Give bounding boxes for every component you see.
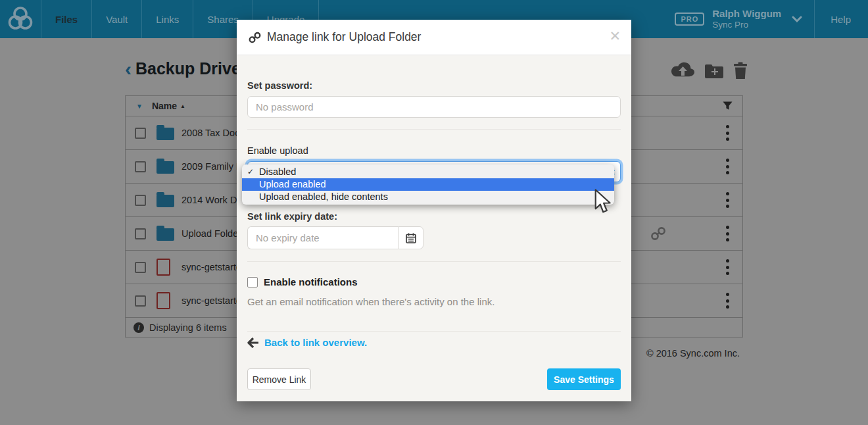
upload-option-label: Disabled xyxy=(259,166,296,177)
nav-tab-label: Vault xyxy=(106,14,128,25)
close-icon[interactable]: ✕ xyxy=(609,29,621,43)
upload-options-menu: ✓ Disabled Upload enabled Upload enabled… xyxy=(242,164,614,205)
chevron-down-icon[interactable] xyxy=(792,16,802,22)
modal-title: Manage link for Upload Folder xyxy=(267,30,421,44)
upload-option-label: Upload enabled xyxy=(259,179,326,189)
nav-tab-links[interactable]: Links xyxy=(142,0,193,38)
nav-tab-files[interactable]: Files xyxy=(41,0,92,38)
save-settings-button[interactable]: Save Settings xyxy=(547,368,621,390)
notifications-checkbox[interactable] xyxy=(247,277,258,288)
expiry-date-input[interactable] xyxy=(247,226,398,249)
manage-link-modal: Manage link for Upload Folder ✕ Set pass… xyxy=(237,20,631,401)
back-arrow-icon xyxy=(247,338,259,348)
user-name: Ralph Wiggum xyxy=(712,8,781,20)
link-icon xyxy=(249,32,261,43)
back-link-label: Back to link overview. xyxy=(264,337,367,348)
upload-option[interactable]: Upload enabled xyxy=(242,178,614,191)
nav-tab-vault[interactable]: Vault xyxy=(92,0,142,38)
expiry-label: Set link expiry date: xyxy=(247,211,337,222)
nav-tab-label: Shares xyxy=(207,14,239,25)
expiry-group xyxy=(247,226,423,249)
back-to-overview-link[interactable]: Back to link overview. xyxy=(247,337,367,348)
user-menu[interactable]: Ralph Wiggum Sync Pro xyxy=(712,8,781,30)
calendar-button[interactable] xyxy=(398,226,423,249)
nav-tab-label: Files xyxy=(55,14,78,25)
notifications-label[interactable]: Enable notifications xyxy=(264,276,358,288)
remove-link-button[interactable]: Remove Link xyxy=(247,368,311,390)
navbar-right: PRO Ralph Wiggum Sync Pro Help xyxy=(675,0,868,38)
pro-badge: PRO xyxy=(675,12,704,26)
upload-option-label: Upload enabled, hide contents xyxy=(259,191,388,202)
upload-option[interactable]: ✓ Disabled xyxy=(242,166,614,178)
nav-tab-label: Links xyxy=(156,14,179,25)
user-plan: Sync Pro xyxy=(712,20,781,30)
modal-header: Manage link for Upload Folder ✕ xyxy=(237,20,631,55)
enable-upload-label: Enable upload xyxy=(247,145,308,156)
sync-logo[interactable] xyxy=(0,0,41,38)
notifications-description: Get an email notification when there's a… xyxy=(247,296,494,307)
notifications-row: Enable notifications xyxy=(247,276,358,288)
sync-logo-icon xyxy=(6,5,35,34)
upload-option[interactable]: Upload enabled, hide contents xyxy=(242,191,614,203)
divider xyxy=(247,129,621,130)
check-icon: ✓ xyxy=(247,166,254,178)
password-input[interactable] xyxy=(247,96,621,118)
help-button[interactable]: Help xyxy=(814,0,868,38)
calendar-icon xyxy=(406,233,416,243)
password-label: Set password: xyxy=(247,80,312,91)
divider xyxy=(247,331,621,332)
divider xyxy=(247,261,621,262)
